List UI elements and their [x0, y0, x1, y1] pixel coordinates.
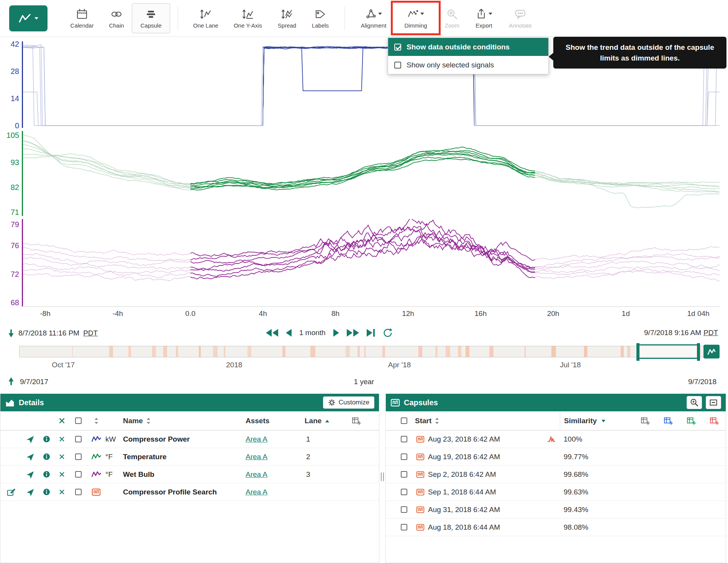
sort-by-name-icon[interactable] [146, 417, 151, 425]
row-checkbox[interactable] [75, 471, 82, 478]
capsule-row[interactable]: Aug 19, 2018 6:42 AM 99.77% [386, 448, 726, 466]
info-icon[interactable] [39, 488, 54, 496]
toolbar-item-spread[interactable]: Spread [270, 2, 304, 35]
toolbar-item-alignment[interactable]: Alignment [353, 2, 395, 35]
toolbar-item-export[interactable]: Export [467, 2, 500, 35]
menu-item-show-only-selected-signals[interactable]: Show only selected signals [388, 56, 548, 74]
zoom-to-capsule-button[interactable] [687, 396, 702, 409]
row-checkbox[interactable] [401, 471, 407, 478]
capsule-row[interactable]: Aug 18, 2018 6:44 AM 98.08% [386, 519, 726, 536]
edit-icon[interactable] [0, 488, 22, 497]
asset-link[interactable]: Area A [246, 453, 267, 461]
sort-by-type-icon[interactable] [87, 417, 105, 425]
row-checkbox[interactable] [401, 506, 407, 513]
send-icon[interactable] [22, 488, 39, 496]
add-column-icon[interactable] [641, 417, 650, 425]
page-forward-fast-button[interactable] [347, 329, 359, 337]
row-checkbox[interactable] [75, 489, 82, 495]
capsule-time-toggle-button[interactable] [703, 345, 720, 358]
overview-timeline-scrubber[interactable] [19, 346, 720, 357]
select-all-checkbox[interactable] [75, 417, 82, 424]
zoom-icon [446, 8, 458, 20]
step-back-arrow-icon[interactable] [8, 329, 15, 338]
column-header-name[interactable]: Name [123, 417, 143, 425]
capsule-icon [413, 488, 428, 496]
info-icon[interactable] [39, 470, 54, 478]
toolbar-item-capsule[interactable]: Capsule [132, 3, 170, 33]
capsule-row[interactable]: Sep 1, 2018 6:44 AM 99.63% [386, 483, 726, 501]
customize-button[interactable]: Customize [323, 396, 374, 409]
x-axis-tick-label: 8h [331, 309, 339, 318]
table-row[interactable]: Compressor Profile Search Area A [0, 483, 379, 501]
table-row[interactable]: kW Compressor Power Area A 1 [0, 430, 379, 448]
capsule-row[interactable]: Aug 23, 2018 6:42 AM 100% [386, 430, 726, 448]
remove-icon[interactable] [54, 489, 69, 495]
lane-temperature[interactable] [23, 131, 720, 216]
select-all-checkbox[interactable] [401, 417, 407, 424]
toolbar-item-calendar[interactable]: Calendar [63, 2, 101, 35]
column-header-assets[interactable]: Assets [246, 417, 299, 425]
column-header-similarity[interactable]: Similarity [564, 417, 597, 425]
add-stat-column-green-icon[interactable] [687, 417, 696, 425]
checkbox-unchecked[interactable] [394, 62, 401, 69]
capsule-icon [413, 523, 428, 532]
capsule-row[interactable]: Aug 31, 2018 6:42 AM 99.43% [386, 501, 726, 519]
capsule-time-icon [145, 8, 157, 20]
sort-ascending-icon[interactable] [325, 418, 330, 424]
refresh-icon[interactable] [382, 328, 392, 338]
toolbar-item-labels[interactable]: Labels [304, 2, 337, 35]
selection-right-handle[interactable] [697, 343, 700, 361]
menu-item-show-data-outside-conditions[interactable]: Show data outside conditions [388, 38, 548, 56]
toolbar-item-chain[interactable]: Chain [101, 2, 132, 35]
page-back-fast-button[interactable] [266, 329, 278, 337]
info-icon[interactable] [39, 435, 54, 443]
table-row[interactable]: °F Wet Bulb Area A 3 [0, 466, 379, 483]
table-row[interactable]: °F Temperature Area A 2 [0, 448, 379, 466]
send-icon[interactable] [22, 453, 39, 461]
collapse-panel-button[interactable] [706, 396, 721, 409]
sort-by-start-icon[interactable] [435, 417, 439, 425]
capsule-row[interactable]: Sep 2, 2018 6:42 AM 99.68% [386, 466, 726, 483]
y-axis-tick-label: 82 [2, 183, 19, 192]
selection-left-handle[interactable] [636, 343, 639, 361]
add-stat-column-blue-icon[interactable] [664, 417, 673, 425]
info-icon[interactable] [39, 453, 54, 461]
asset-link[interactable]: Area A [246, 470, 267, 479]
toolbar-item-one-y-axis[interactable]: One Y-Axis [226, 2, 270, 35]
add-stat-column-red-icon[interactable] [710, 417, 719, 425]
column-header-start[interactable]: Start [415, 417, 431, 425]
duration-label[interactable]: 1 month [299, 329, 326, 337]
row-checkbox[interactable] [75, 453, 82, 460]
row-checkbox[interactable] [75, 436, 82, 442]
send-icon[interactable] [22, 435, 39, 444]
remove-icon[interactable] [54, 436, 69, 442]
page-forward-button[interactable] [333, 329, 339, 337]
trend-view-button[interactable] [9, 5, 48, 31]
page-back-button[interactable] [286, 329, 292, 337]
lane-wet-bulb[interactable] [23, 219, 720, 306]
toolbar-item-one-lane[interactable]: One Lane [186, 2, 226, 35]
remove-all-icon[interactable] [54, 417, 69, 424]
asset-link[interactable]: Area A [246, 435, 267, 444]
main-toolbar: Calendar Chain Capsule One Lane One Y-Ax… [0, 0, 728, 37]
panel-resize-divider[interactable] [379, 394, 385, 563]
remove-icon[interactable] [54, 454, 69, 460]
send-icon[interactable] [22, 470, 39, 479]
sort-descending-icon[interactable] [601, 418, 606, 424]
column-header-lane[interactable]: Lane [305, 417, 321, 425]
row-checkbox[interactable] [401, 489, 407, 495]
row-checkbox[interactable] [401, 453, 407, 460]
row-checkbox[interactable] [401, 524, 407, 530]
remove-icon[interactable] [54, 471, 69, 477]
row-checkbox[interactable] [401, 436, 407, 442]
checkbox-checked[interactable] [394, 44, 401, 51]
asset-link[interactable]: Area A [246, 488, 267, 496]
trend-chart[interactable]: 422814010593827179767268 -8h-4h0.04h8h12… [0, 37, 728, 326]
timezone-link[interactable]: PDT [703, 329, 718, 337]
timeline-selection-window[interactable] [638, 344, 699, 359]
toolbar-item-dimming[interactable]: Dimming [395, 2, 437, 35]
add-column-icon[interactable] [334, 417, 379, 425]
timezone-link[interactable]: PDT [83, 329, 98, 337]
step-to-end-button[interactable] [367, 329, 375, 337]
investigate-range-duration[interactable]: 1 year [0, 378, 728, 386]
